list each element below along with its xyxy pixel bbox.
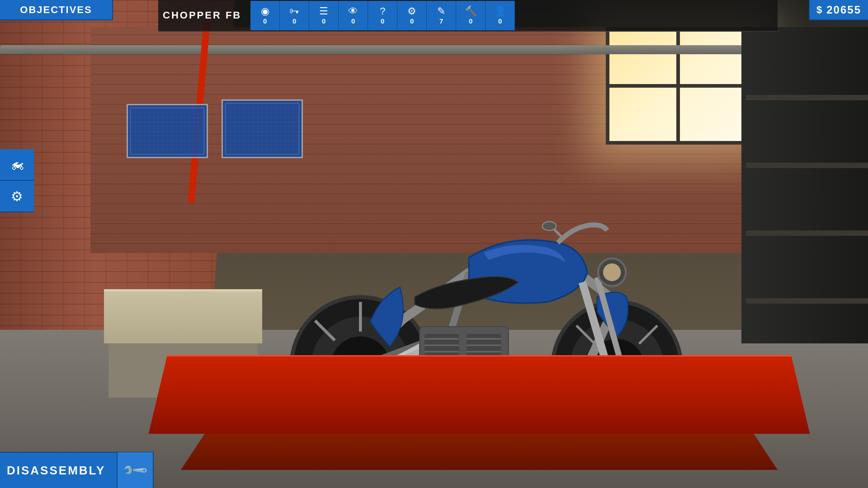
toolbar-icons: ◉ 0 🗝 0 ☰ 0 👁 0 ? 0 (250, 1, 778, 30)
list-icon: ☰ (319, 6, 328, 16)
visibility-tool-btn[interactable]: ◉ 0 (250, 1, 280, 30)
key-badge: 0 (292, 17, 296, 25)
hammer-tool-btn[interactable]: 🔨 0 (456, 1, 486, 30)
disassembly-icon-btn[interactable]: 🔧 (117, 452, 153, 488)
money-icon: $ (816, 4, 822, 16)
svg-point-44 (542, 221, 557, 230)
svg-point-31 (603, 263, 621, 281)
visibility-icon: ◉ (261, 6, 269, 16)
person-icon: 👤 (494, 6, 506, 16)
inspect-badge: 0 (351, 17, 355, 25)
engine-panel-btn[interactable]: ⚙ (0, 181, 34, 212)
disassembly-label: DISASSEMBLY (0, 464, 117, 478)
help-badge: 0 (381, 17, 384, 25)
wrench-settings-icon: ⚙ (407, 6, 416, 16)
hammer-badge: 0 (469, 17, 472, 25)
garage-window (606, 27, 750, 145)
list-tool-btn[interactable]: ☰ 0 (309, 1, 339, 30)
motorcycle-panel-btn[interactable]: 🏍 (0, 149, 34, 181)
shelf-1 (746, 95, 868, 100)
objectives-label: Objectives (20, 4, 92, 16)
settings-tool-btn[interactable]: ⚙ 0 (397, 1, 427, 30)
vehicle-bar: CHOPPER FB ◉ 0 🗝 0 ☰ 0 👁 0 (158, 0, 778, 32)
key-icon: 🗝 (289, 6, 299, 16)
key-tool-btn[interactable]: 🗝 0 (280, 1, 309, 30)
inspect-tool-btn[interactable]: 👁 0 (339, 1, 368, 30)
money-display: $ 20655 (809, 0, 868, 20)
metal-beam (0, 45, 868, 54)
lift-platform (149, 355, 810, 434)
engine-icon: ⚙ (11, 188, 23, 204)
edit-badge: 7 (439, 17, 443, 25)
game-viewport: Objectives $ 20655 CHOPPER FB ◉ 0 🗝 0 ☰ … (0, 0, 868, 488)
pencil-icon: ✎ (437, 6, 445, 16)
money-amount: 20655 (826, 4, 861, 16)
visibility-badge: 0 (263, 17, 267, 25)
profile-tool-btn[interactable]: 👤 0 (486, 1, 515, 30)
vehicle-name: CHOPPER FB (158, 9, 250, 21)
settings-badge: 0 (410, 17, 414, 25)
bottom-bar: DISASSEMBLY 🔧 (0, 452, 154, 488)
objectives-button[interactable]: Objectives (0, 0, 113, 20)
list-badge: 0 (322, 17, 326, 25)
disassembly-wrench-icon: 🔧 (121, 456, 149, 484)
motorcycle-icon: 🏍 (10, 157, 24, 172)
edit-tool-btn[interactable]: ✎ 7 (427, 1, 456, 30)
help-tool-btn[interactable]: ? 0 (368, 1, 397, 30)
profile-badge: 0 (498, 17, 502, 25)
left-panel: 🏍 ⚙ (0, 149, 34, 212)
question-icon: ? (380, 6, 385, 16)
eye-icon: 👁 (348, 6, 358, 16)
hammer-icon: 🔨 (465, 6, 477, 16)
